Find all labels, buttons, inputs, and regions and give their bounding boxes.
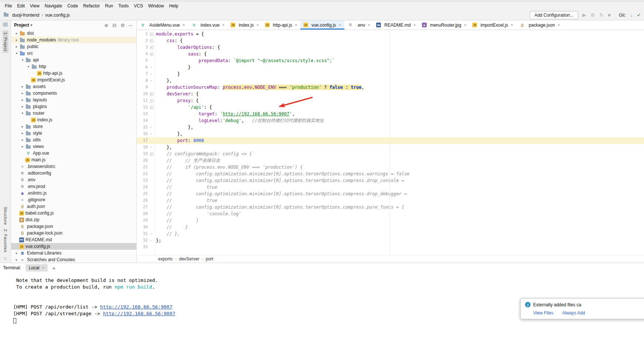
- vcs-update-icon[interactable]: ↓: [630, 12, 633, 18]
- tree-item-external-libraries[interactable]: ▸≣External Libraries: [11, 250, 136, 256]
- tab-asidemenu-vue[interactable]: VAsideMenu.vue×: [137, 20, 188, 30]
- code-line[interactable]: 18⌐ },: [137, 144, 644, 151]
- tab-package-json[interactable]: {}package.json×: [516, 20, 563, 30]
- tree-item-src[interactable]: ▾src: [11, 50, 136, 57]
- code-line[interactable]: 8⌐ },: [137, 77, 644, 84]
- tree-item-dist[interactable]: ▸dist: [11, 30, 136, 37]
- chevron-right-icon[interactable]: ▸: [20, 105, 25, 108]
- code-line[interactable]: 5 prependData: `@import "~@/assets/scss/…: [137, 57, 644, 64]
- breadcrumb-project[interactable]: duoji-frontend: [12, 13, 39, 18]
- chevron-down-icon[interactable]: ▾: [20, 58, 25, 62]
- fold-end-icon[interactable]: ⌐: [150, 71, 152, 77]
- tree-item-env[interactable]: ⚙.env: [11, 176, 136, 183]
- fold-icon[interactable]: −: [150, 39, 153, 43]
- tab-http-api-js[interactable]: JShttp-api.js×: [262, 20, 300, 30]
- menu-item-help[interactable]: Help: [167, 3, 181, 9]
- terminal-link[interactable]: http://192.168.66.56:9007: [100, 304, 173, 310]
- chevron-right-icon[interactable]: ▸: [20, 131, 25, 135]
- tree-item-utils[interactable]: ▸utils: [11, 137, 136, 143]
- code-line[interactable]: 11− proxy: {: [137, 97, 644, 104]
- close-icon[interactable]: ×: [295, 23, 297, 28]
- close-icon[interactable]: ×: [558, 23, 560, 28]
- code-line[interactable]: 10− devServer: {: [137, 91, 644, 97]
- chevron-right-icon[interactable]: ▸: [20, 125, 25, 128]
- tab-menurouter-jpg[interactable]: ▴menuRouter.jpg×: [419, 20, 470, 30]
- code-line[interactable]: 4− sass: {: [137, 51, 644, 57]
- fold-end-icon[interactable]: ⌐: [150, 124, 152, 131]
- fold-icon[interactable]: −: [150, 46, 153, 49]
- code-line[interactable]: 19− // configureWebpack: config => {: [137, 151, 644, 157]
- tab-readme-md[interactable]: MDREADME.md×: [373, 20, 419, 30]
- chevron-right-icon[interactable]: ▸: [20, 138, 25, 142]
- tree-item-browserslistrc[interactable]: ≡.browserslistrc: [11, 163, 136, 170]
- code-line[interactable]: 27 // config.optimization.minimizer[0].o…: [137, 204, 644, 211]
- code-line[interactable]: 28 // 'console.log': [137, 211, 644, 217]
- terminal-link[interactable]: http://192.168.66.56:9007: [103, 311, 176, 316]
- code-line[interactable]: 1−module.exports = {: [137, 31, 644, 37]
- fold-end-icon[interactable]: ⌐: [150, 144, 152, 151]
- project-panel-title[interactable]: Project ▾: [14, 23, 32, 28]
- code-line[interactable]: 14 logLevel:'debug', //控制台终端打印代理前的真实地址: [137, 117, 644, 124]
- code-line[interactable]: 13 target: 'http://192.168.66.56:9007',: [137, 111, 644, 117]
- code-line[interactable]: 30 // }: [137, 224, 644, 230]
- code-line[interactable]: 31⌐ // },: [137, 230, 644, 237]
- stop-icon[interactable]: ■: [608, 12, 611, 18]
- menu-item-edit[interactable]: Edit: [14, 3, 27, 9]
- close-icon[interactable]: ×: [368, 23, 370, 28]
- chevron-right-icon[interactable]: ▸: [14, 31, 19, 35]
- chevron-right-icon[interactable]: ▸: [14, 251, 19, 255]
- tree-item-node-modules[interactable]: ▸node_moduleslibrary root: [11, 37, 136, 43]
- tree-item-vue-config-js[interactable]: JSvue.config.js: [11, 243, 136, 250]
- chevron-right-icon[interactable]: ▸: [20, 91, 25, 95]
- tree-item-assets[interactable]: ▸assets: [11, 83, 136, 90]
- tree-item-main-js[interactable]: JSmain.js: [11, 156, 136, 163]
- tab-env[interactable]: ⚙.env×: [344, 20, 374, 30]
- code-line[interactable]: 26 // true: [137, 197, 644, 204]
- fold-end-icon[interactable]: ⌐: [150, 64, 152, 71]
- tree-item-api[interactable]: ▾api: [11, 57, 136, 63]
- tree-item-importexcel-js[interactable]: JSimportExcel.js: [11, 77, 136, 83]
- fold-icon[interactable]: −: [150, 53, 153, 56]
- menu-item-navigate[interactable]: Navigate: [42, 3, 65, 9]
- vcs-commit-icon[interactable]: ✔: [637, 12, 641, 18]
- tab-importexcel-js[interactable]: JSimportExcel.js×: [469, 20, 516, 30]
- tree-item-components[interactable]: ▸components: [11, 90, 136, 97]
- project-tree[interactable]: ▸dist▸node_moduleslibrary root▸public▾sr…: [11, 30, 136, 263]
- code-line[interactable]: 15⌐ },: [137, 124, 644, 131]
- chevron-right-icon[interactable]: ▸: [20, 145, 25, 148]
- chevron-right-icon[interactable]: ▸: [14, 45, 19, 48]
- code-line[interactable]: 22 // config.optimization.minimizer[0].o…: [137, 171, 644, 177]
- fold-icon[interactable]: −: [150, 152, 153, 156]
- panel-settings-icon[interactable]: ⚙: [119, 23, 126, 28]
- code-line[interactable]: 33: [137, 244, 644, 250]
- close-icon[interactable]: ×: [256, 23, 259, 28]
- fold-end-icon[interactable]: ⌐: [150, 237, 152, 244]
- menu-item-tools[interactable]: Tools: [116, 3, 131, 9]
- tree-item-dist-zip[interactable]: Zdist.zip: [11, 216, 136, 223]
- menu-item-view[interactable]: View: [27, 3, 42, 9]
- code-line[interactable]: 20 // // 生产去除日志: [137, 157, 644, 164]
- tree-item-store[interactable]: ▸store: [11, 123, 136, 130]
- chevron-right-icon[interactable]: ▸: [20, 85, 25, 88]
- code-line[interactable]: 9 productionSourceMap: process.env.NODE_…: [137, 84, 644, 91]
- menu-item-refactor[interactable]: Refactor: [81, 3, 102, 9]
- code-area[interactable]: 1−module.exports = {2− css: {3− loaderOp…: [137, 30, 644, 255]
- code-line[interactable]: 3− loaderOptions: {: [137, 44, 644, 51]
- settings-icon[interactable]: ⚙: [591, 12, 595, 18]
- menu-item-code[interactable]: Code: [65, 3, 81, 9]
- tree-item-package-json[interactable]: {}package.json: [11, 223, 136, 230]
- tree-item-style[interactable]: ▸style: [11, 130, 136, 137]
- code-line[interactable]: 29 // ]: [137, 217, 644, 224]
- code-line[interactable]: 12− '/api': {: [137, 104, 644, 111]
- tree-item-app-vue[interactable]: VApp.vue: [11, 150, 136, 156]
- tree-item-eslintrc-js[interactable]: ◈.eslintrc.js: [11, 190, 136, 196]
- close-icon[interactable]: ×: [183, 23, 185, 28]
- editor-breadcrumb-exports[interactable]: exports: [158, 256, 173, 262]
- tree-item-editorconfig[interactable]: ⚙.editorconfig: [11, 170, 136, 176]
- menu-item-vcs[interactable]: VCS: [131, 3, 146, 9]
- locate-file-icon[interactable]: ⊕: [103, 23, 109, 28]
- tree-item-scratches-and-consoles[interactable]: ▸»Scratches and Consoles: [11, 256, 136, 263]
- menu-item-window[interactable]: Window: [146, 3, 167, 9]
- fold-end-icon[interactable]: ⌐: [150, 230, 152, 237]
- close-icon[interactable]: ×: [464, 23, 466, 28]
